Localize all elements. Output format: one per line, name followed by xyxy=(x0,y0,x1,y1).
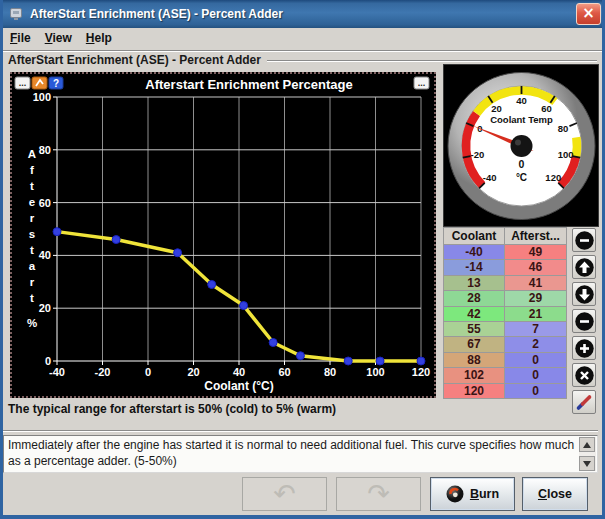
x-tick-label: -40 xyxy=(49,366,65,378)
redo-button[interactable]: ↷ xyxy=(336,477,421,511)
curve-point[interactable] xyxy=(269,339,277,347)
decrement-button[interactable] xyxy=(572,309,596,333)
y-tick-label: 40 xyxy=(39,249,51,261)
y-axis-letter: f xyxy=(30,164,34,176)
afterstart-cell[interactable]: 21 xyxy=(505,307,567,322)
curve-point[interactable] xyxy=(174,249,182,257)
x-tick-label: 20 xyxy=(187,366,199,378)
curve-point[interactable] xyxy=(112,236,120,244)
y-axis-letter: t xyxy=(30,244,34,256)
table-header-row: CoolantAfterst... xyxy=(443,227,569,245)
chart-menu-button-right[interactable]: ... xyxy=(414,77,429,89)
remove-row-button[interactable] xyxy=(572,228,596,252)
delete-button[interactable] xyxy=(572,363,596,387)
curve-point[interactable] xyxy=(208,280,216,288)
x-tick-label: -20 xyxy=(95,366,111,378)
afterstart-cell[interactable]: 0 xyxy=(505,353,567,368)
y-axis-letter: e xyxy=(29,196,35,208)
afterstart-cell[interactable]: 46 xyxy=(505,260,567,275)
y-axis-letter: r xyxy=(30,276,35,288)
close-button[interactable]: × xyxy=(576,3,601,25)
coolant-gauge[interactable]: -40-20020406080100120Coolant Temp0°C xyxy=(443,64,599,227)
chart-tool-button[interactable] xyxy=(32,77,47,89)
window-frame-left xyxy=(0,0,3,519)
afterstart-cell[interactable]: 29 xyxy=(505,291,567,306)
table-row: -4049 xyxy=(443,245,569,260)
coolant-cell[interactable]: 120 xyxy=(443,384,505,399)
gauge-tick-label: 20 xyxy=(491,103,502,114)
table-row: 672 xyxy=(443,337,569,352)
y-axis-letter: % xyxy=(27,317,37,329)
scroll-down-button[interactable] xyxy=(579,456,595,471)
y-tick-label: 100 xyxy=(33,91,51,103)
description-box[interactable]: Immediately after the engine has started… xyxy=(3,435,598,473)
y-tick-label: 20 xyxy=(39,302,51,314)
menu-help[interactable]: Help xyxy=(79,28,119,45)
edit-pencil-button[interactable] xyxy=(572,390,596,414)
hint-text: The typical range for afterstart is 50% … xyxy=(8,402,336,416)
pencil-icon xyxy=(574,392,594,412)
afterstart-cell[interactable]: 41 xyxy=(505,276,567,291)
afterstart-cell[interactable]: 0 xyxy=(505,384,567,399)
window-title: AfterStart Enrichment (ASE) - Percent Ad… xyxy=(30,7,283,21)
gauge-hub xyxy=(511,135,533,157)
table-header-cell[interactable]: Coolant xyxy=(443,227,505,245)
menu-bar: FileViewHelp xyxy=(3,28,602,50)
coolant-cell[interactable]: 42 xyxy=(443,307,505,322)
gauge-tick-label: 60 xyxy=(541,103,552,114)
coolant-cell[interactable]: 28 xyxy=(443,291,505,306)
y-tick-label: 80 xyxy=(39,144,51,156)
curve-point[interactable] xyxy=(296,352,304,360)
x-tick-label: 80 xyxy=(324,366,336,378)
curve-point[interactable] xyxy=(417,357,425,365)
title-bar[interactable]: AfterStart Enrichment (ASE) - Percent Ad… xyxy=(0,0,605,28)
curve-point[interactable] xyxy=(240,302,248,310)
data-table[interactable]: CoolantAfterst...-4049-14461341282942215… xyxy=(443,227,569,399)
svg-text:?: ? xyxy=(53,78,59,89)
decrement-icon xyxy=(575,312,594,331)
gauge-tick-label: -40 xyxy=(483,172,497,183)
gauge-tick-label: 120 xyxy=(545,172,561,183)
afterstart-cell[interactable]: 7 xyxy=(505,322,567,337)
window: AfterStart Enrichment (ASE) - Percent Ad… xyxy=(0,0,605,519)
coolant-cell[interactable]: 13 xyxy=(443,276,505,291)
undo-button[interactable]: ↶ xyxy=(242,477,327,511)
chart-panel[interactable]: 020406080100-40-20020406080100120Coolant… xyxy=(10,72,436,398)
increment-button[interactable] xyxy=(572,336,596,360)
menu-view[interactable]: View xyxy=(38,28,79,45)
undo-icon: ↶ xyxy=(273,479,296,509)
move-down-button[interactable] xyxy=(572,282,596,306)
coolant-cell[interactable]: 102 xyxy=(443,368,505,383)
table-header-cell[interactable]: Afterst... xyxy=(505,227,567,245)
burn-icon xyxy=(446,485,464,503)
coolant-cell[interactable]: -14 xyxy=(443,260,505,275)
menu-file[interactable]: File xyxy=(3,28,38,45)
afterstart-cell[interactable]: 0 xyxy=(505,368,567,383)
move-up-button[interactable] xyxy=(572,255,596,279)
afterstart-cell[interactable]: 2 xyxy=(505,337,567,352)
scroll-up-button[interactable] xyxy=(579,437,595,452)
coolant-cell[interactable]: 88 xyxy=(443,353,505,368)
chart-xlabel: Coolant (°C) xyxy=(204,379,273,393)
close-dialog-button[interactable]: Close xyxy=(522,477,588,511)
app-icon xyxy=(9,6,25,22)
curve-point[interactable] xyxy=(344,357,352,365)
description-text: Immediately after the engine has started… xyxy=(8,437,577,471)
coolant-cell[interactable]: -40 xyxy=(443,245,505,260)
curve-point[interactable] xyxy=(376,357,384,365)
remove-row-icon xyxy=(575,231,594,250)
chart-help-button[interactable]: ? xyxy=(49,77,63,89)
increment-icon xyxy=(575,339,594,358)
coolant-cell[interactable]: 55 xyxy=(443,322,505,337)
x-tick-label: 0 xyxy=(145,366,151,378)
y-tick-label: 60 xyxy=(39,197,51,209)
table-row: 1341 xyxy=(443,276,569,291)
chart-menu-button[interactable]: ... xyxy=(15,77,30,89)
burn-button[interactable]: Burn xyxy=(430,477,515,511)
afterstart-cell[interactable]: 49 xyxy=(505,245,567,260)
curve-point[interactable] xyxy=(53,228,61,236)
scrollbar[interactable] xyxy=(579,437,596,471)
svg-text:...: ... xyxy=(418,78,426,88)
coolant-cell[interactable]: 67 xyxy=(443,337,505,352)
gauge-hub-highlight xyxy=(515,140,521,146)
